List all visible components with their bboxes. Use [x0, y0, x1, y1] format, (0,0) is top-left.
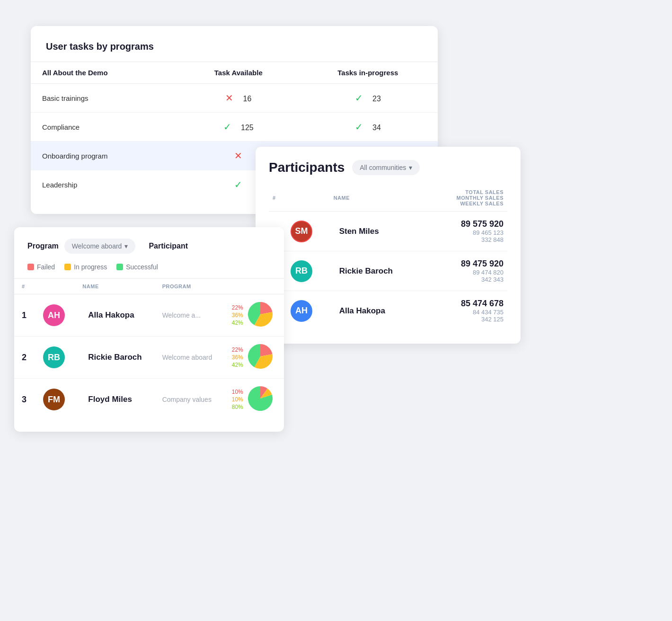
l-col-avatar [35, 279, 75, 294]
cross-icon: ✕ [225, 93, 233, 103]
sales-col: 89 475 920 89 474 820 342 343 [427, 251, 507, 291]
task-available: ✕ 16 [179, 84, 298, 113]
pie-chart [248, 386, 273, 413]
task-name: Onboarding program [31, 142, 179, 170]
pie-cell: 22% 36% 42% [224, 294, 284, 337]
task-available: ✓ 125 [179, 113, 298, 142]
weekly-sales: 342 125 [431, 316, 504, 323]
p-total-sales-label: TOTAL SALES [465, 189, 504, 195]
failed-label: Failed [37, 263, 55, 271]
tasks-inprogress: ✓ 34 [298, 113, 438, 142]
successful-dot [116, 264, 123, 270]
task-available-count: 16 [243, 95, 251, 103]
participants-title: Participants [269, 160, 345, 175]
tasks-card-title: User tasks by programs [31, 41, 438, 62]
task-name: Leadership [31, 170, 179, 199]
table-row: 2 RB Rickie Baroch 89 475 920 89 474 820… [269, 251, 507, 291]
list-card: Program Welcome aboard ▾ Participant Fai… [14, 227, 284, 432]
task-name: Compliance [31, 113, 179, 142]
check-icon: ✓ [234, 179, 242, 190]
legend: Failed In progress Successful [14, 263, 284, 278]
total-sales: 85 474 678 [431, 299, 504, 309]
pie-cell: 22% 36% 42% [224, 337, 284, 379]
task-available-count: 125 [241, 124, 254, 132]
tasks-inprogress: ✓ 23 [298, 84, 438, 113]
legend-failed: Failed [27, 263, 55, 271]
p-col-avatar [287, 185, 330, 212]
list-program: Company values [155, 379, 224, 421]
participant-name: Sten Miles [330, 212, 428, 251]
avatar-cell: RB [287, 251, 330, 291]
avatar: AH [43, 304, 65, 326]
avatar-cell: AH [287, 291, 330, 331]
rank: 2 [14, 337, 35, 379]
l-col-program: PROGRAM [155, 279, 224, 294]
list-header: Program Welcome aboard ▾ Participant [14, 239, 284, 263]
avatar: RB [291, 260, 312, 282]
monthly-sales: 89 465 123 [431, 229, 504, 236]
communities-filter-button[interactable]: All communities ▾ [352, 160, 420, 175]
chevron-down-icon: ▾ [124, 242, 128, 250]
l-col-pie [224, 279, 284, 294]
l-col-name: NAME [75, 279, 154, 294]
p-weekly-sales-label: WEEKLY SALES [460, 201, 504, 206]
legend-inprogress: In progress [64, 263, 107, 271]
list-program: Welcome a... [155, 294, 224, 337]
list-program: Welcome aboard [155, 337, 224, 379]
p-col-sales: TOTAL SALES MONTHLY SALES WEEKLY SALES [427, 185, 507, 212]
pie-labels: 22% 36% 42% [232, 346, 243, 368]
table-row: 2 RB Rickie Baroch Welcome aboard 22% 36… [14, 337, 284, 379]
pie-area: 22% 36% 42% [232, 302, 276, 328]
col-task-available: Task Available [179, 62, 298, 84]
pie-labels: 22% 36% 42% [232, 304, 243, 326]
pie-area: 22% 36% 42% [232, 344, 276, 371]
welcome-aboard-label: Welcome aboard [72, 242, 122, 250]
participants-header: Participants All communities ▾ [269, 160, 507, 175]
p-col-name: NAME [330, 185, 428, 212]
table-row: Compliance ✓ 125 ✓ 34 [31, 113, 438, 142]
weekly-sales: 332 848 [431, 236, 504, 243]
participants-card: Participants All communities ▾ # NAME TO… [256, 147, 521, 344]
list-name: Alla Hakopa [75, 294, 154, 337]
inprogress-dot [64, 264, 71, 270]
avatar-cell: AH [35, 294, 75, 337]
monthly-sales: 89 474 820 [431, 269, 504, 276]
table-row: 3 FM Floyd Miles Company values 10% 10% … [14, 379, 284, 421]
p-col-num: # [269, 185, 287, 212]
participant-name: Rickie Baroch [330, 251, 428, 291]
task-name: Basic trainings [31, 84, 179, 113]
inprogress-label: In progress [74, 263, 107, 271]
chevron-down-icon: ▾ [409, 164, 412, 171]
avatar: AH [291, 300, 312, 322]
sales-col: 85 474 678 84 434 735 342 125 [427, 291, 507, 331]
table-row: 1 AH Alla Hakopa Welcome a... 22% 36% 42… [14, 294, 284, 337]
p-monthly-sales-label: MONTHLY SALES [457, 195, 504, 201]
avatar: FM [43, 389, 65, 410]
pie-area: 10% 10% 80% [232, 386, 276, 413]
list-table: # NAME PROGRAM 1 AH Alla Hakopa Welcome … [14, 278, 284, 420]
legend-successful: Successful [116, 263, 158, 271]
total-sales: 89 475 920 [431, 259, 504, 269]
pie-labels: 10% 10% 80% [232, 389, 243, 410]
pie-cell: 10% 10% 80% [224, 379, 284, 421]
monthly-sales: 84 434 735 [431, 309, 504, 316]
rank: 1 [14, 294, 35, 337]
avatar-cell: FM [35, 379, 75, 421]
list-name: Floyd Miles [75, 379, 154, 421]
welcome-aboard-button[interactable]: Welcome aboard ▾ [64, 239, 136, 254]
total-sales: 89 575 920 [431, 219, 504, 229]
weekly-sales: 342 343 [431, 276, 504, 283]
cross-icon: ✕ [234, 151, 242, 161]
program-label: Program [27, 242, 59, 250]
tasks-inprogress-count: 23 [372, 95, 381, 103]
avatar-cell: SM [287, 212, 330, 251]
table-row: 3 AH Alla Hakopa 85 474 678 84 434 735 3… [269, 291, 507, 331]
l-col-num: # [14, 279, 35, 294]
table-row: 1 SM Sten Miles 89 575 920 89 465 123 33… [269, 212, 507, 251]
participant-label: Participant [149, 242, 188, 250]
successful-label: Successful [126, 263, 158, 271]
avatar: SM [291, 221, 312, 242]
participants-table: # NAME TOTAL SALES MONTHLY SALES WEEKLY … [269, 185, 507, 330]
avatar: RB [43, 346, 65, 368]
tasks-inprogress-count: 34 [372, 124, 381, 132]
